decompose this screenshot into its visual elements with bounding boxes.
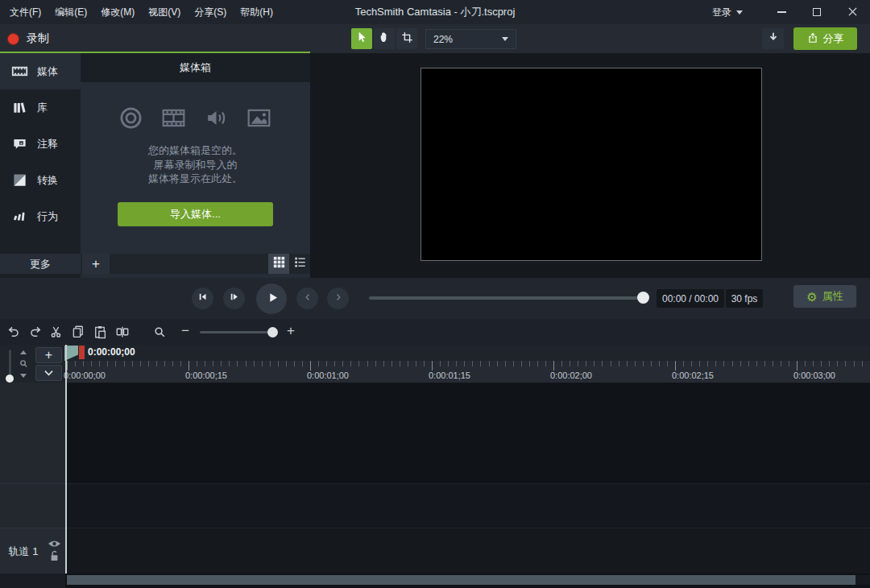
cut-button[interactable] <box>46 322 66 342</box>
ruler-tick <box>448 361 449 366</box>
playhead-row[interactable]: 0:00:00;00 <box>67 345 870 361</box>
timeline-zoom-slider[interactable] <box>200 331 277 333</box>
preview-canvas[interactable] <box>420 68 762 261</box>
playhead-line[interactable] <box>65 345 67 574</box>
crop-button[interactable] <box>396 28 417 49</box>
redo-button[interactable] <box>25 322 45 342</box>
library-icon <box>10 100 28 115</box>
ruler-tick <box>75 361 76 366</box>
ruler-label: 0:00:01;15 <box>429 371 470 380</box>
chevron-down-icon <box>502 37 508 41</box>
ruler-tick <box>635 361 636 366</box>
ruler-tick <box>107 361 108 366</box>
canvas-zoom-value: 22% <box>433 34 453 45</box>
ruler-tick <box>513 361 514 366</box>
track-height-slider-handle[interactable] <box>6 375 14 383</box>
audio-icon <box>204 106 229 134</box>
ruler-tick <box>521 361 522 366</box>
maximize-icon <box>813 8 821 16</box>
download-button[interactable] <box>762 28 784 49</box>
menu-item-f[interactable]: 文件(F) <box>6 6 44 19</box>
step-forward-button[interactable] <box>223 288 245 309</box>
ruler-tick <box>651 361 652 366</box>
ruler-tick <box>545 361 546 366</box>
sidebar-item-库[interactable]: 库 <box>0 89 81 126</box>
ruler-label: 0:00:02;00 <box>550 371 592 380</box>
ruler-tick <box>675 361 676 371</box>
ruler-tick <box>602 361 603 366</box>
media-filmstrip-icon <box>10 63 28 80</box>
add-media-button[interactable]: + <box>82 254 110 274</box>
ruler-tick <box>278 361 279 366</box>
sidebar-item-媒体[interactable]: 媒体 <box>0 53 81 89</box>
split-button[interactable] <box>112 322 132 342</box>
list-view-icon <box>294 256 306 271</box>
seek-slider-handle[interactable] <box>637 292 649 304</box>
step-backward-button[interactable] <box>192 288 213 309</box>
selection-tool-button[interactable] <box>351 28 372 49</box>
track-header-empty <box>0 483 65 528</box>
grid-view-toggle[interactable] <box>268 254 289 274</box>
track-lock-icon[interactable] <box>49 550 60 565</box>
zoom-out-button[interactable]: − <box>178 321 193 341</box>
ruler-tick <box>553 361 554 371</box>
track-options-button[interactable] <box>35 365 62 381</box>
media-bin-title: 媒体箱 <box>81 53 310 82</box>
ruler-tick <box>854 361 855 366</box>
playhead-out-marker[interactable] <box>79 346 85 359</box>
ruler-label: 0:00:00;00 <box>64 371 106 380</box>
horizontal-scrollbar-thumb[interactable] <box>67 575 856 585</box>
ruler-tick <box>221 361 222 366</box>
ruler-tick <box>594 361 594 366</box>
sign-in-menu[interactable]: 登录 <box>712 6 743 19</box>
sidebar-item-注释[interactable]: a注释 <box>0 126 81 162</box>
ruler-tick <box>643 361 644 366</box>
play-button[interactable] <box>256 284 287 314</box>
share-button[interactable]: 分享 <box>793 27 857 50</box>
ruler-tick <box>756 361 757 366</box>
ruler-tick <box>358 361 359 366</box>
sidebar-item-label: 行为 <box>37 209 58 224</box>
menu-item-m[interactable]: 修改(M) <box>97 6 138 19</box>
ruler-tick <box>392 361 392 366</box>
add-track-button[interactable]: + <box>35 347 62 363</box>
window-title: TechSmith Camtasia - 小刀.tscproj <box>161 0 709 24</box>
copy-button[interactable] <box>68 322 88 342</box>
timeline-content: 0:00:00;00 0:00:00;000:00:00;150:00:01;0… <box>67 345 870 588</box>
media-bin-empty-message: 您的媒体箱是空的。 屏幕录制和导入的 媒体将显示在此处。 <box>81 143 310 186</box>
image-icon <box>246 105 272 135</box>
maximize-button[interactable] <box>799 0 835 24</box>
step-backward-icon <box>197 291 209 306</box>
ruler-tick <box>862 361 863 366</box>
time-ruler[interactable]: 0:00:00;000:00:00;150:00:01;000:00:01;15… <box>67 361 870 383</box>
ruler-tick <box>805 361 806 366</box>
track-1-lane[interactable] <box>67 528 870 574</box>
ruler-label: 0:00:01;00 <box>307 371 349 380</box>
timeline-zoom-handle[interactable] <box>267 327 278 337</box>
grid-view-icon <box>273 256 285 271</box>
ruler-tick <box>821 361 822 366</box>
ruler-tick <box>254 361 255 366</box>
minimize-button[interactable] <box>764 0 799 24</box>
record-button[interactable]: 录制 <box>7 24 49 53</box>
undo-button[interactable] <box>3 322 23 342</box>
seek-slider[interactable] <box>369 296 644 300</box>
pan-hand-button[interactable] <box>374 28 395 49</box>
ruler-tick <box>529 361 530 366</box>
previous-clip-button[interactable] <box>296 288 318 309</box>
crop-icon <box>401 31 413 47</box>
close-button[interactable] <box>835 0 870 24</box>
next-clip-button[interactable] <box>327 288 349 309</box>
track-1-header[interactable]: 轨道 1 <box>0 528 65 574</box>
properties-button[interactable]: ⚙ 属性 <box>793 285 856 308</box>
menu-item-e[interactable]: 编辑(E) <box>52 6 90 19</box>
canvas-zoom-dropdown[interactable]: 22% <box>425 29 516 49</box>
sidebar-more-button[interactable]: 更多 <box>0 254 81 274</box>
list-view-toggle[interactable] <box>289 254 310 274</box>
zoom-in-button[interactable]: + <box>284 321 298 341</box>
timeline-toolbar: − + <box>0 319 870 345</box>
import-media-button[interactable]: 导入媒体... <box>118 202 273 226</box>
sidebar-item-转换[interactable]: 转换 <box>0 162 81 198</box>
sidebar-item-行为[interactable]: 行为 <box>0 198 81 234</box>
paste-button[interactable] <box>89 322 110 342</box>
